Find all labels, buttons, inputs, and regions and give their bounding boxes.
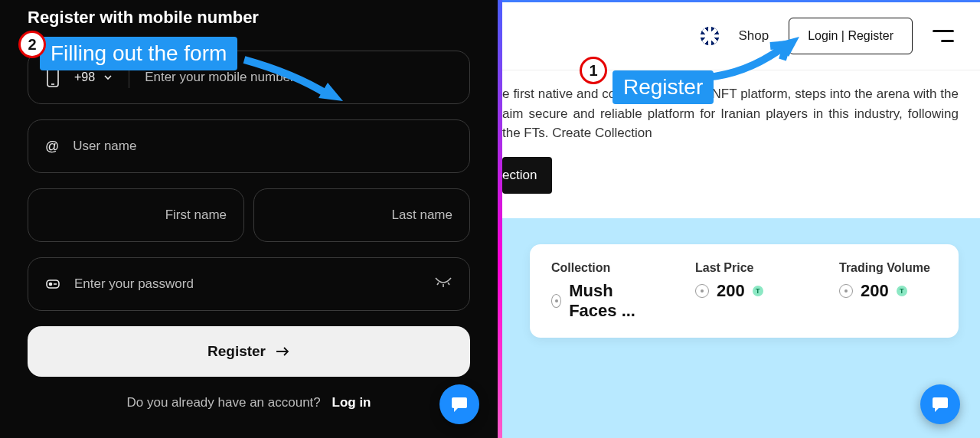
lastname-field[interactable] (253, 188, 470, 242)
register-button[interactable]: Register (28, 326, 470, 377)
chat-widget-left[interactable] (439, 384, 479, 424)
stats-card: Collection Mush Faces ... Last Price 200… (530, 244, 959, 338)
svg-rect-2 (47, 280, 59, 288)
hero-text: e first native and completely Iranian NF… (502, 84, 959, 143)
shop-link[interactable]: Shop (739, 28, 769, 44)
svg-line-5 (437, 283, 439, 285)
token-badge-icon: T (753, 286, 763, 296)
menu-icon[interactable] (933, 30, 954, 42)
country-code-value: +98 (74, 70, 95, 84)
login-prompt: Do you already have an account? Log in (28, 395, 470, 410)
arrow-right-icon (275, 345, 290, 358)
volume-label: Trading Volume (839, 261, 937, 275)
firstname-field[interactable] (28, 188, 244, 242)
username-input[interactable] (73, 139, 452, 154)
key-icon (45, 276, 60, 292)
login-link[interactable]: Log in (332, 395, 371, 410)
have-account-text: Do you already have an account? (126, 395, 320, 410)
hero-body: e first native and completely Iranian NF… (502, 70, 980, 194)
volume-stat: Trading Volume 200 T (839, 261, 937, 321)
show-password-icon[interactable] (434, 276, 452, 292)
lastprice-value: 200 (717, 281, 745, 301)
bullet-icon (695, 284, 709, 298)
firstname-input[interactable] (45, 208, 227, 223)
password-field[interactable] (28, 257, 470, 311)
step-badge-1: 1 (580, 57, 607, 84)
token-badge-icon: T (897, 286, 907, 296)
site-panel: Shop Login | Register e first native and… (502, 0, 980, 438)
bullet-icon (551, 294, 561, 308)
step-label-1: Register (612, 70, 714, 104)
collection-value: Mush Faces ... (569, 281, 649, 321)
lastprice-label: Last Price (695, 261, 793, 275)
svg-line-7 (448, 283, 449, 285)
svg-point-3 (50, 283, 52, 286)
collection-stat: Collection Mush Faces ... (551, 261, 649, 321)
country-code-selector[interactable]: +98 (74, 70, 113, 84)
step-label-2: Filling out the form (40, 37, 237, 70)
login-register-button[interactable]: Login | Register (789, 18, 913, 54)
register-title: Register with mobile number (28, 8, 470, 28)
collection-label: Collection (551, 261, 649, 275)
step-badge-2: 2 (18, 31, 46, 58)
register-button-label: Register (207, 343, 266, 360)
site-header: Shop Login | Register (502, 0, 980, 70)
create-collection-button[interactable]: ection (502, 157, 552, 194)
password-input[interactable] (74, 276, 434, 292)
lastprice-stat: Last Price 200 T (695, 261, 793, 321)
bullet-icon (839, 284, 853, 298)
stats-section: Collection Mush Faces ... Last Price 200… (502, 218, 980, 439)
volume-value: 200 (861, 281, 889, 301)
lastname-input[interactable] (271, 208, 452, 223)
chevron-down-icon (103, 72, 113, 83)
at-icon: @ (45, 139, 59, 155)
chat-widget-right[interactable] (920, 384, 960, 424)
mobile-input[interactable] (145, 70, 452, 85)
language-flag-icon[interactable] (701, 27, 719, 45)
username-field[interactable]: @ (28, 119, 470, 173)
